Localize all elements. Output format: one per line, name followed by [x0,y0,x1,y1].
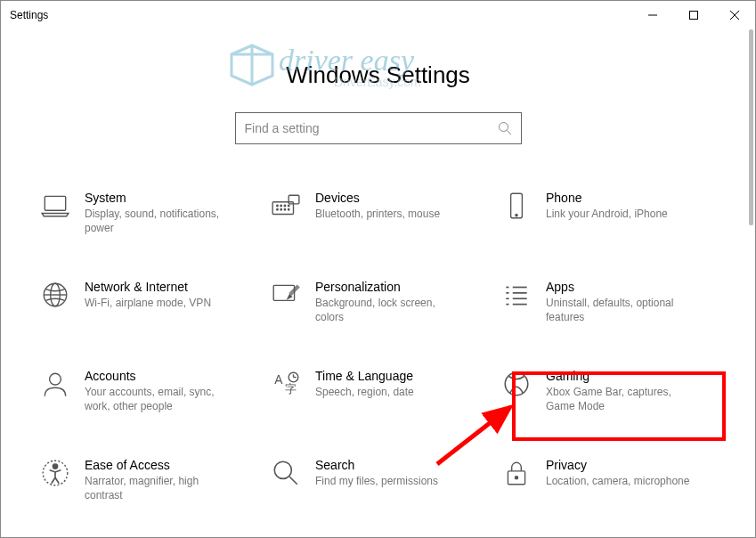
minimize-button[interactable] [632,1,673,29]
svg-point-15 [277,209,278,210]
search-icon [498,121,512,135]
tile-desc: Link your Android, iPhone [546,208,697,222]
tile-title: Ease of Access [85,458,255,472]
tile-title: Apps [546,280,716,294]
tile-desc: Xbox Game Bar, captures, Game Mode [546,386,697,413]
keyboard-icon [271,191,301,221]
scrollbar[interactable] [749,29,753,225]
magnifier-icon [271,458,301,488]
svg-point-12 [280,205,281,206]
tile-system[interactable]: SystemDisplay, sound, notifications, pow… [37,187,258,240]
phone-icon [501,191,532,221]
tile-title: Accounts [85,369,255,383]
tile-desc: Location, camera, microphone [546,475,697,489]
globe-icon [40,280,70,310]
tile-title: Gaming [546,369,716,383]
search-input[interactable] [245,121,498,135]
svg-point-6 [499,123,508,132]
tile-title: Devices [315,191,485,205]
tile-personalization[interactable]: PersonalizationBackground, lock screen, … [267,276,489,330]
watermark-sub: DriverEasy.com [334,75,421,89]
paintbrush-icon [271,280,301,310]
maximize-button[interactable] [673,1,714,29]
svg-point-17 [284,209,285,210]
tile-desc: Uninstall, defaults, optional features [546,297,697,324]
laptop-icon [40,191,70,221]
lock-icon [501,458,532,488]
svg-point-14 [288,205,289,206]
tile-phone[interactable]: PhoneLink your Android, iPhone [498,187,719,240]
tile-title: Phone [546,191,716,205]
tile-desc: Display, sound, notifications, power [85,208,236,235]
tile-desc: Your accounts, email, sync, work, other … [85,386,236,413]
tile-title: Personalization [315,280,485,294]
tile-title: Time & Language [315,369,485,383]
svg-point-20 [516,215,517,216]
xbox-icon [501,369,532,399]
settings-grid: SystemDisplay, sound, notifications, pow… [1,187,755,508]
svg-rect-8 [45,196,65,210]
svg-rect-1 [690,12,698,20]
tile-search[interactable]: SearchFind my files, permissions [267,454,489,508]
window-title: Settings [10,9,632,21]
tile-time-language[interactable]: A字 Time & LanguageSpeech, region, date [267,365,489,419]
tile-gaming[interactable]: GamingXbox Game Bar, captures, Game Mode [498,365,719,419]
close-button[interactable] [714,1,755,29]
tile-title: System [85,191,255,205]
tile-devices[interactable]: DevicesBluetooth, printers, mouse [267,187,489,240]
svg-text:A: A [274,372,283,387]
search-container [1,112,755,144]
accessibility-icon [40,458,70,488]
person-icon [40,369,70,399]
tile-desc: Speech, region, date [315,386,467,400]
svg-point-13 [284,205,285,206]
tile-title: Search [315,458,485,472]
tile-desc: Background, lock screen, colors [315,297,467,324]
tile-desc: Bluetooth, printers, mouse [315,208,467,222]
tile-privacy[interactable]: PrivacyLocation, camera, microphone [498,454,719,508]
search-box[interactable] [235,112,522,144]
svg-line-43 [289,477,297,485]
tile-ease-of-access[interactable]: Ease of AccessNarrator, magnifier, high … [37,454,258,508]
tile-title: Network & Internet [85,280,255,294]
svg-point-42 [274,461,291,478]
svg-point-18 [288,209,289,210]
tile-desc: Narrator, magnifier, high contrast [85,475,236,502]
close-icon [730,11,739,20]
list-icon [501,280,532,310]
svg-line-7 [507,131,511,135]
titlebar: Settings [1,1,755,29]
svg-point-39 [505,372,528,395]
minimize-icon [648,11,657,20]
tile-desc: Wi-Fi, airplane mode, VPN [85,297,236,311]
watermark-text: driver easy [279,44,415,77]
window-controls [632,1,755,29]
svg-point-16 [280,209,281,210]
tile-title: Privacy [546,458,716,472]
content-area: driver easy DriverEasy.com Windows Setti… [1,29,755,537]
time-language-icon: A字 [271,369,301,399]
svg-point-45 [515,477,517,479]
svg-point-41 [53,464,57,469]
tile-network[interactable]: Network & InternetWi-Fi, airplane mode, … [37,276,258,330]
svg-point-33 [50,373,61,385]
tile-apps[interactable]: AppsUninstall, defaults, optional featur… [498,276,719,330]
watermark: driver easy DriverEasy.com [227,38,530,94]
svg-point-11 [277,205,278,206]
settings-window: Settings driver easy DriverEasy.com [0,0,756,538]
tile-desc: Find my files, permissions [315,475,467,489]
maximize-icon [689,11,698,20]
svg-text:字: 字 [285,382,297,395]
tile-accounts[interactable]: AccountsYour accounts, email, sync, work… [37,365,258,419]
